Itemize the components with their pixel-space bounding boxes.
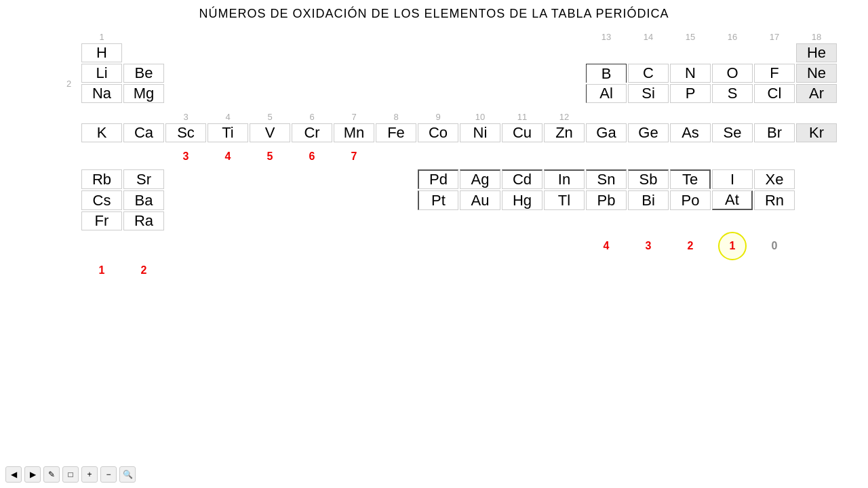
empty [292, 43, 332, 62]
group-16: 16 [712, 24, 753, 43]
group-5 [250, 24, 290, 43]
element-Xe: Xe [754, 169, 795, 189]
element-S: S [712, 84, 753, 103]
sub-col-9: 9 [418, 104, 458, 123]
element-O: O [712, 64, 753, 83]
element-K: K [81, 123, 122, 142]
bot-ox-15: 2 [670, 240, 711, 252]
element-Cd: Cd [502, 169, 542, 189]
bot-ox-14: 3 [628, 240, 669, 252]
sub-col-3: 3 [165, 104, 206, 123]
toolbar-prev-btn[interactable]: ◀ [5, 466, 22, 483]
empty [544, 43, 585, 62]
element-Zn: Zn [544, 123, 585, 142]
group-11 [502, 24, 542, 43]
element-H: H [81, 43, 122, 62]
sub-col-8: 8 [376, 104, 416, 123]
empty [334, 43, 374, 62]
group-6 [292, 24, 332, 43]
bot-ox-16-highlighted: 1 [718, 232, 747, 260]
element-F: F [754, 64, 795, 83]
empty [502, 43, 542, 62]
element-Al: Al [586, 84, 627, 103]
toolbar-pencil-btn[interactable]: ✎ [43, 466, 60, 483]
group-13: 13 [586, 24, 627, 43]
element-Li: Li [81, 64, 122, 83]
empty [376, 43, 416, 62]
element-Pd: Pd [418, 169, 458, 189]
element-Rb: Rb [81, 169, 122, 189]
bot-ox-13: 4 [586, 240, 627, 252]
element-Sn: Sn [586, 169, 627, 189]
element-Cl: Cl [754, 84, 795, 103]
element-As: As [670, 123, 711, 142]
toolbar-zoomout-btn[interactable]: − [100, 466, 117, 483]
empty [628, 43, 669, 62]
element-P: P [670, 84, 711, 103]
bottom-label-1: 1 [81, 264, 122, 277]
element-Pt: Pt [418, 190, 458, 210]
bot-ox-16-wrapper: 1 [712, 232, 753, 260]
empty [754, 43, 795, 62]
element-Mg: Mg [123, 84, 164, 103]
element-V: V [250, 123, 290, 142]
element-Cu: Cu [502, 123, 542, 142]
element-Ni: Ni [460, 123, 500, 142]
element-Te: Te [670, 169, 711, 189]
element-Si: Si [628, 84, 669, 103]
element-Na: Na [81, 84, 122, 103]
element-He: He [796, 43, 837, 62]
group-10 [460, 24, 500, 43]
element-Ti: Ti [208, 123, 248, 142]
group-3 [165, 24, 206, 43]
element-Co: Co [418, 123, 458, 142]
element-Ga: Ga [586, 123, 627, 142]
element-B: B [586, 64, 627, 83]
group-15: 15 [670, 24, 711, 43]
empty [586, 43, 627, 62]
element-Se: Se [712, 123, 753, 142]
ox-3: 3 [165, 150, 206, 163]
sub-col-5: 5 [250, 104, 290, 123]
element-Ca: Ca [123, 123, 164, 142]
bottom-label-2: 2 [123, 264, 164, 277]
empty [250, 43, 290, 62]
group-2 [123, 24, 164, 43]
toolbar: ◀ ▶ ✎ □ + − 🔍 [5, 466, 136, 483]
element-In: In [544, 169, 585, 189]
page-title: NÚMEROS DE OXIDACIÓN DE LOS ELEMENTOS DE… [0, 0, 868, 24]
sub-col-7: 7 [334, 104, 374, 123]
empty [670, 43, 711, 62]
element-Au: Au [460, 190, 500, 210]
sub-col-12: 12 [544, 104, 585, 123]
toolbar-square-btn[interactable]: □ [62, 466, 79, 483]
group-1: 1 [81, 24, 122, 43]
period-2-label: 2 [66, 79, 71, 89]
element-At: At [712, 190, 753, 210]
element-Cr: Cr [292, 123, 332, 142]
toolbar-search-btn[interactable]: 🔍 [119, 466, 136, 483]
element-Pb: Pb [586, 190, 627, 210]
element-Rn: Rn [754, 190, 795, 210]
sub-col-4: 4 [208, 104, 248, 123]
element-Sc: Sc [165, 123, 206, 142]
element-Sb: Sb [628, 169, 669, 189]
toolbar-next-btn[interactable]: ▶ [24, 466, 41, 483]
empty [418, 43, 458, 62]
toolbar-zoomin-btn[interactable]: + [81, 466, 98, 483]
element-Ba: Ba [123, 190, 164, 210]
group-12 [544, 24, 585, 43]
element-Be: Be [123, 64, 164, 83]
element-Br: Br [754, 123, 795, 142]
group-8 [376, 24, 416, 43]
group-17: 17 [754, 24, 795, 43]
element-Ne: Ne [796, 64, 837, 83]
empty [460, 43, 500, 62]
element-C: C [628, 64, 669, 83]
empty [123, 43, 164, 62]
ox-6: 6 [292, 150, 332, 163]
sub-col-6: 6 [292, 104, 332, 123]
element-Hg: Hg [502, 190, 542, 210]
element-Fe: Fe [376, 123, 416, 142]
element-Ar: Ar [796, 84, 837, 103]
